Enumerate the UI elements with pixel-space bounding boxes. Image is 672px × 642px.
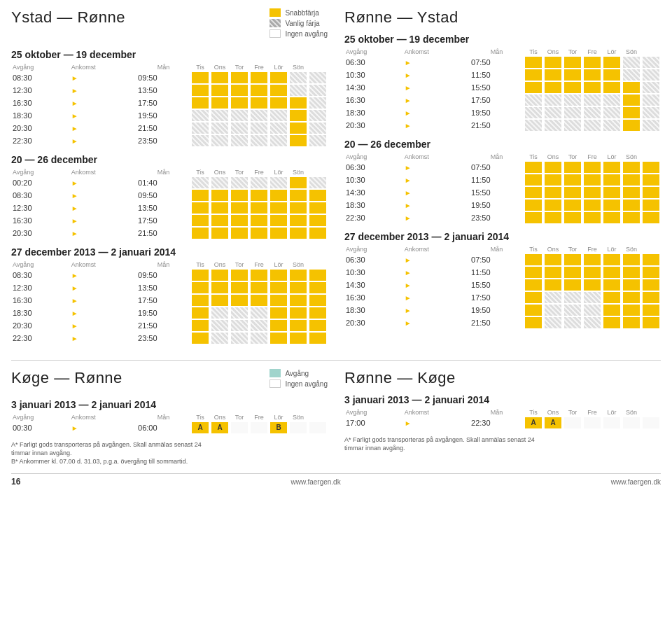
schedule-cell [249, 134, 269, 147]
arrival-time: 11:50 [470, 174, 524, 186]
schedule-cell [602, 69, 622, 81]
arrow-icon: ► [70, 421, 136, 434]
schedule-cell [230, 214, 249, 227]
schedule-cell [249, 281, 269, 294]
departure-time: 06:30 [344, 253, 403, 266]
arrow-icon: ► [403, 161, 470, 174]
schedule-cell [308, 134, 328, 147]
schedule-cell [190, 281, 210, 294]
arrow-icon: ► [403, 94, 470, 106]
schedule-cell [308, 319, 328, 332]
schedule-cell [190, 332, 210, 344]
schedule-cell [288, 214, 308, 227]
schedule-cell [308, 71, 328, 84]
schedule-cell [308, 97, 328, 109]
arrival-time: 07:50 [470, 253, 524, 266]
table-row: 16:30►17:50 [344, 94, 661, 106]
schedule-cell [288, 269, 308, 281]
schedule-cell [269, 269, 288, 281]
arrival-time: 21:50 [470, 316, 524, 329]
schedule-cell [269, 134, 288, 147]
legend-ingen-avgang-box [270, 379, 281, 388]
schedule-cell [230, 294, 249, 307]
schedule-cell [288, 332, 308, 344]
departure-time: 06:30 [344, 56, 403, 69]
schedule-cell [190, 189, 210, 202]
schedule-cell [543, 316, 563, 329]
schedule-cell [622, 106, 641, 119]
ronne-koge-section: Rønne — Køge 3 januari 2013 — 2 januari … [344, 369, 661, 466]
right-section: Rønne — Ystad 25 oktober — 19 december A… [344, 8, 661, 351]
arrival-time: 13:50 [136, 281, 190, 294]
legend-snabb-label: Snabbfärja [285, 9, 318, 17]
schedule-cell [190, 227, 210, 239]
schedule-cell [288, 294, 308, 307]
schedule-cell [210, 84, 230, 97]
schedule-cell [641, 279, 661, 291]
table-row: 16:30►17:50 [11, 97, 328, 109]
arrow-icon: ► [70, 307, 136, 319]
schedule-cell [563, 56, 582, 69]
schedule-cell [641, 56, 661, 69]
arrival-time: 07:50 [470, 56, 524, 69]
schedule-cell [308, 421, 328, 434]
arrow-icon: ► [403, 81, 470, 94]
legend-ingen: Ingen avgång [270, 29, 328, 38]
table-row: 17:00►22:30AA [344, 417, 661, 429]
schedule-cell [602, 186, 622, 199]
right-period-1-title: 25 oktober — 19 december [344, 34, 661, 45]
table-row: 14:30►15:50 [344, 279, 661, 291]
schedule-cell [249, 71, 269, 84]
arrival-time: 19:50 [470, 304, 524, 316]
schedule-cell [210, 109, 230, 122]
arrival-time: 13:50 [136, 202, 190, 214]
schedule-cell [288, 122, 308, 134]
schedule-cell [190, 97, 210, 109]
schedule-cell [288, 319, 308, 332]
schedule-cell [269, 307, 288, 319]
col-avgang: Avgång [11, 63, 70, 71]
schedule-cell [308, 122, 328, 134]
schedule-cell [641, 161, 661, 174]
schedule-cell [622, 253, 641, 266]
schedule-cell [622, 56, 641, 69]
schedule-cell [563, 417, 582, 429]
schedule-cell [524, 316, 543, 329]
table-row: 06:30►07:50 [344, 253, 661, 266]
schedule-cell [641, 316, 661, 329]
arrow-icon: ► [403, 69, 470, 81]
departure-time: 20:30 [344, 316, 403, 329]
col-man: Mån [136, 63, 190, 71]
schedule-cell [563, 316, 582, 329]
ronne-koge-note-1: A* Farligt gods transporteras på avgånge… [344, 436, 661, 443]
schedule-cell [543, 211, 563, 224]
schedule-cell [543, 56, 563, 69]
schedule-cell [563, 186, 582, 199]
schedule-cell [582, 417, 602, 429]
schedule-cell [641, 291, 661, 304]
schedule-cell [602, 211, 622, 224]
schedule-cell [622, 174, 641, 186]
schedule-cell [602, 94, 622, 106]
schedule-cell [524, 186, 543, 199]
arrow-icon: ► [70, 227, 136, 239]
koge-legend: Avgång Ingen avgång [270, 369, 328, 388]
arrival-time: 21:50 [470, 119, 524, 132]
schedule-cell [524, 266, 543, 279]
schedule-cell [543, 106, 563, 119]
schedule-cell [622, 161, 641, 174]
arrival-time: 11:50 [470, 69, 524, 81]
schedule-cell [230, 319, 249, 332]
arrival-time: 17:50 [136, 214, 190, 227]
schedule-cell [543, 94, 563, 106]
schedule-cell [308, 227, 328, 239]
departure-time: 20:30 [11, 122, 70, 134]
schedule-cell [602, 279, 622, 291]
arrival-time: 07:50 [470, 161, 524, 174]
schedule-cell [622, 211, 641, 224]
arrival-time: 22:30 [470, 417, 524, 429]
schedule-cell [190, 269, 210, 281]
departure-time: 22:30 [11, 332, 70, 344]
arrow-icon: ► [70, 269, 136, 281]
ronne-koge-title: Rønne — Køge [344, 369, 661, 387]
